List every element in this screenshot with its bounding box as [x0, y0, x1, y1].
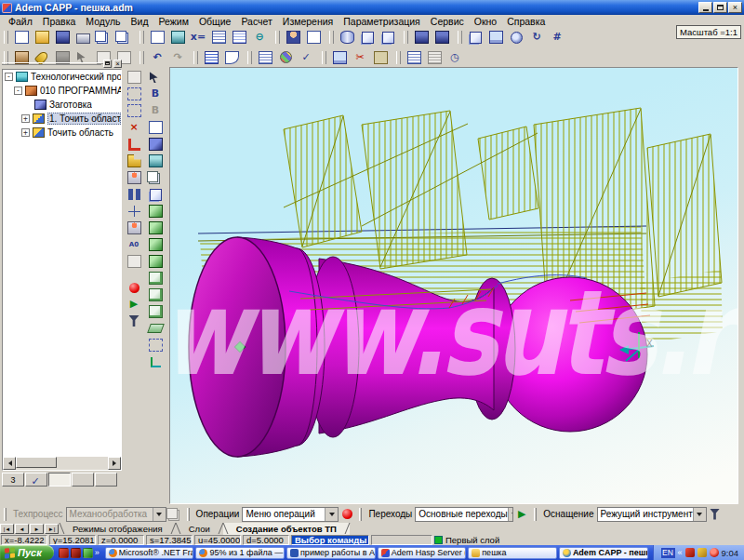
remove-element-button[interactable] [249, 29, 270, 47]
start-button[interactable]: Пуск [0, 545, 54, 560]
mill-tool-2-button[interactable] [145, 220, 166, 236]
menu-file[interactable]: Файл [4, 16, 37, 27]
process-combo[interactable]: Механообработка [66, 507, 166, 522]
tab-next-button[interactable]: ► [30, 524, 44, 534]
tray-ati-icon[interactable] [685, 548, 695, 557]
menu-help[interactable]: Справка [502, 16, 550, 27]
bold-b-button[interactable] [145, 86, 166, 102]
select-edit-button[interactable] [124, 102, 144, 119]
select-delete-button[interactable] [124, 119, 144, 136]
save-file-button[interactable] [52, 29, 73, 47]
viewport-3d[interactable]: X www.suts.ru [169, 67, 738, 504]
task-folder[interactable]: пешка [468, 547, 557, 559]
transitions-combo[interactable]: Основные переходы [415, 507, 513, 522]
empty-slot-button[interactable] [124, 253, 144, 270]
scroll-thumb[interactable] [16, 457, 57, 468]
mill-tool-1-button[interactable] [145, 203, 166, 220]
process-tree-panel[interactable]: - Технологический процесс и - 010 ПРОГРА… [2, 69, 122, 471]
notes-button[interactable] [404, 48, 424, 66]
dropdown-arrow-icon[interactable] [508, 508, 514, 521]
view-iso-button[interactable] [145, 270, 166, 287]
solid-cylinder-button[interactable] [337, 29, 357, 47]
rotate-view-button[interactable] [506, 29, 526, 47]
tree-item-turn-area-2[interactable]: + Точить область [3, 126, 121, 140]
task-net-framework[interactable]: Microsoft® .NET Frame... [105, 547, 194, 559]
dropdown-arrow-icon[interactable] [693, 508, 706, 521]
tab-layers[interactable]: Слои [176, 523, 223, 535]
title-bar[interactable]: Adem CAPP - пешка.adm × [0, 0, 744, 15]
tray-app-icon[interactable] [698, 548, 707, 557]
quick-app-icon-3[interactable] [83, 548, 93, 558]
stop-button[interactable] [124, 279, 144, 296]
bar-grip[interactable] [359, 508, 362, 521]
tree-panel-header[interactable]: × [2, 59, 122, 68]
menu-edit[interactable]: Правка [38, 16, 80, 27]
tab-first-button[interactable]: |◄ [0, 524, 14, 534]
view-front-button[interactable] [145, 287, 166, 303]
scroll-left-button[interactable] [3, 457, 16, 470]
condition-check-button[interactable] [188, 29, 208, 47]
menu-calc[interactable]: Расчет [236, 16, 276, 27]
timer-button[interactable] [445, 48, 465, 66]
quick-chevron-icon[interactable]: » [95, 548, 100, 557]
preview-button[interactable] [221, 48, 242, 66]
quick-app-icon-1[interactable] [59, 548, 69, 558]
point-tool-button[interactable] [124, 169, 144, 186]
menu-service[interactable]: Сервис [426, 16, 469, 27]
user-settings-button[interactable] [283, 29, 303, 47]
undo-button[interactable] [147, 48, 167, 66]
select-confirm-button[interactable] [124, 86, 144, 102]
mill-tool-4-button[interactable] [145, 253, 166, 270]
projection-button[interactable] [485, 29, 506, 47]
tab-resources[interactable] [95, 473, 117, 487]
view-side-button[interactable] [145, 303, 166, 320]
transitions-run-button[interactable] [513, 505, 530, 523]
tray-chevron-icon[interactable]: « [678, 548, 683, 557]
redo-button[interactable] [167, 48, 188, 66]
render-palette-button[interactable] [275, 48, 296, 66]
menu-module[interactable]: Модуль [81, 16, 125, 27]
dynamic-rotate-button[interactable] [526, 29, 547, 47]
tree-item-stock[interactable]: Заготовка [3, 98, 121, 112]
confirm-list-button[interactable] [296, 48, 316, 66]
gap-tool-button[interactable] [124, 186, 144, 203]
open-file-button[interactable] [32, 29, 52, 47]
bar-grip[interactable] [187, 508, 190, 521]
cross-tool-button[interactable] [124, 203, 144, 220]
maximize-button[interactable] [713, 2, 727, 13]
scroll-track[interactable] [16, 457, 108, 470]
tree-item-operation[interactable]: - 010 ПРОГРАММНАЯ [3, 84, 121, 98]
panel-close-button[interactable]: × [113, 60, 122, 68]
close-button[interactable]: × [728, 2, 742, 13]
tree-item-turn-area-1[interactable]: + 1. Точить область [3, 112, 121, 126]
tray-antivirus-icon[interactable] [710, 548, 719, 557]
zoom-screen-button[interactable] [329, 48, 350, 66]
menu-mode[interactable]: Режим [154, 16, 193, 27]
new-file-button[interactable] [11, 29, 32, 47]
format-a0-button[interactable] [124, 236, 144, 253]
view-3d-button[interactable] [465, 29, 485, 47]
tree-horizontal-scrollbar[interactable] [3, 457, 121, 470]
tab-create-tp-objects[interactable]: Создание объектов ТП [223, 523, 350, 535]
machine-button[interactable] [145, 153, 166, 169]
menu-measure[interactable]: Измерения [278, 16, 338, 27]
edit-document-button[interactable] [303, 29, 324, 47]
tree-item-process[interactable]: - Технологический процесс и [3, 70, 121, 84]
axis-button[interactable] [145, 353, 166, 370]
notes-disabled-button[interactable] [424, 48, 445, 66]
level-tool-button[interactable] [124, 153, 144, 169]
calculator-button[interactable] [229, 29, 249, 47]
grid-settings-button[interactable] [547, 29, 567, 47]
paste-fragment-button[interactable] [113, 29, 134, 47]
operations-combo[interactable]: Меню операций [242, 507, 339, 522]
expand-toggle[interactable]: + [21, 128, 30, 137]
mill-tool-3-button[interactable] [145, 236, 166, 253]
task-word-doc[interactable]: пример работы в ADEM... [286, 547, 376, 559]
tab-links[interactable] [72, 473, 94, 487]
clipboard-paste-button[interactable] [370, 48, 391, 66]
blank-sheet-button[interactable] [124, 69, 144, 86]
process-tool-button[interactable] [166, 505, 183, 523]
block-3d-button[interactable] [145, 136, 166, 153]
sketch-button[interactable] [145, 337, 166, 353]
menu-parametrization[interactable]: Параметризация [339, 16, 425, 27]
